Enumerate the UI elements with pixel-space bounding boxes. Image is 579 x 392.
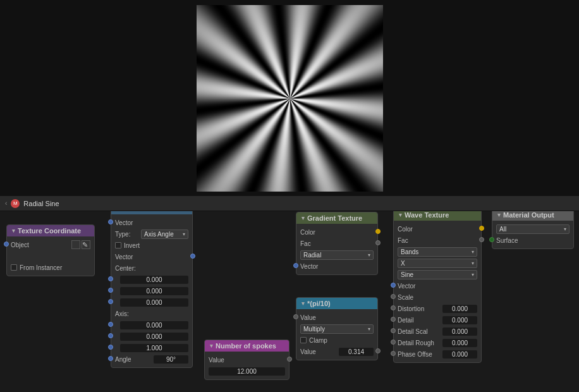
vector-in-label: Vector <box>398 283 477 290</box>
material-output-title: Material Output <box>503 211 554 219</box>
center-y-row: 0.000 <box>111 285 192 297</box>
detail-rough-socket <box>391 340 396 345</box>
collapse-icon[interactable]: ▾ <box>12 228 15 234</box>
axis-x-value[interactable]: 0.000 <box>120 321 188 329</box>
texture-coordinate-node: ▾ Texture Coordinate Object ✎ From Insta… <box>6 224 95 276</box>
o-at-north-node: ▾ O at North Vector Type: Axis Angle ▾ I… <box>111 202 193 368</box>
axis-z-value[interactable]: 1.000 <box>120 344 188 352</box>
distortion-label: Distortion <box>398 305 442 312</box>
value-out[interactable]: 0.314 <box>339 348 374 356</box>
detail-scale-label: Detail Scal <box>398 328 442 335</box>
vector-in-row: Vector <box>296 260 377 272</box>
collapse-icon[interactable]: ▾ <box>302 215 305 221</box>
from-instancer-row: From Instancer <box>7 262 94 273</box>
detail-value[interactable]: 0.000 <box>442 316 477 324</box>
spokes-value[interactable]: 12.000 <box>209 367 285 376</box>
sine-value: Sine <box>401 271 413 278</box>
color-out-row: Color <box>296 226 377 238</box>
object-selector[interactable] <box>71 240 80 249</box>
detail-rough-value[interactable]: 0.000 <box>442 339 477 347</box>
sine-dropdown[interactable]: Sine ▾ <box>398 270 477 279</box>
fac-out-label: Fac <box>398 237 477 244</box>
material-output-node: ▾ Material Output All ▾ Surface <box>492 209 574 249</box>
angle-label: Angle <box>115 356 154 363</box>
phase-offset-row: Phase Offse 0.000 <box>394 348 481 360</box>
gradient-type-dropdown[interactable]: Radial ▾ <box>300 250 374 260</box>
bands-dropdown[interactable]: Bands ▾ <box>398 247 477 257</box>
gradient-type-row: Radial ▾ <box>296 249 377 260</box>
pi-body: Value Multiply ▾ Clamp Value 0.314 <box>296 309 377 360</box>
value-row: 12.000 <box>205 365 289 377</box>
center-x-value[interactable]: 0.000 <box>120 276 188 284</box>
scale-in-socket <box>391 294 396 299</box>
spokes-header: ▾ Number of spokes <box>205 340 289 352</box>
preview-area <box>0 0 579 196</box>
vector-in-socket <box>391 283 396 288</box>
value-in-label: Value <box>300 314 374 321</box>
all-dropdown-row: All ▾ <box>492 223 573 235</box>
fac-out-socket <box>479 237 484 242</box>
axis-x-row: 0.000 <box>111 319 192 331</box>
type-dropdown[interactable]: Axis Angle ▾ <box>141 230 188 239</box>
type-value: Axis Angle <box>144 231 174 238</box>
gradient-texture-header: ▾ Gradient Texture <box>296 212 377 224</box>
axis-z-socket <box>108 345 113 350</box>
surface-socket <box>489 237 494 242</box>
breadcrumb-chevron-left: ‹ <box>5 200 7 207</box>
collapse-icon[interactable]: ▾ <box>399 212 402 218</box>
axis-y-row: 0.000 <box>111 331 192 342</box>
pi-title: *(pi/10) <box>307 300 331 307</box>
material-icon: M <box>11 199 20 208</box>
breadcrumb-bar: ‹ M Radial Sine <box>0 196 579 211</box>
x-value: X <box>401 260 405 267</box>
scale-row: Scale <box>394 291 481 303</box>
preview-canvas <box>197 5 383 192</box>
collapse-icon[interactable]: ▾ <box>210 343 213 349</box>
texture-coordinate-title: Texture Coordinate <box>18 227 81 235</box>
axis-y-socket <box>108 333 113 338</box>
operation-value: Multiply <box>303 326 325 333</box>
all-dropdown[interactable]: All ▾ <box>496 224 570 234</box>
value-out-socket <box>375 348 381 353</box>
x-dropdown[interactable]: X ▾ <box>398 259 477 268</box>
collapse-icon[interactable]: ▾ <box>302 300 305 307</box>
operation-dropdown[interactable]: Multiply ▾ <box>300 324 374 334</box>
vector-in-row: Vector <box>394 280 481 291</box>
collapse-icon[interactable]: ▾ <box>497 212 501 218</box>
center-x-socket <box>108 276 113 281</box>
angle-value[interactable]: 90° <box>154 355 188 364</box>
axis-y-value[interactable]: 0.000 <box>120 333 188 341</box>
invert-checkbox[interactable] <box>115 242 121 248</box>
detail-socket <box>391 317 396 322</box>
value-out-row: Value 0.314 <box>296 346 377 357</box>
gradient-texture-node: ▾ Gradient Texture Color Fac Radial ▾ Ve… <box>296 212 378 275</box>
object-socket <box>4 242 9 247</box>
distortion-value[interactable]: 0.000 <box>442 305 477 313</box>
dropdown-arrow: ▾ <box>564 226 566 232</box>
from-instancer-checkbox[interactable] <box>11 264 17 271</box>
center-y-value[interactable]: 0.000 <box>120 287 188 295</box>
phase-offset-value[interactable]: 0.000 <box>442 350 477 358</box>
dropdown-arrow: ▾ <box>472 272 474 278</box>
scale-label: Scale <box>398 294 477 301</box>
angle-row: Angle 90° <box>111 353 192 365</box>
detail-scale-value[interactable]: 0.000 <box>442 328 477 336</box>
invert-label: Invert <box>124 242 188 249</box>
from-instancer-label: From Instancer <box>20 264 90 271</box>
value-in-row: Value <box>296 312 377 323</box>
type-row: Type: Axis Angle ▾ <box>111 228 192 240</box>
vector-in-socket <box>108 219 113 224</box>
color-out-socket <box>479 226 484 231</box>
surface-label: Surface <box>496 237 570 244</box>
object-eyedropper[interactable]: ✎ <box>82 240 90 249</box>
axis-label: Axis: <box>115 310 188 317</box>
bands-row: Bands ▾ <box>394 246 481 257</box>
detail-row: Detail 0.000 <box>394 314 481 326</box>
clamp-checkbox[interactable] <box>300 337 307 343</box>
object-value-row <box>7 250 94 262</box>
x-row: X ▾ <box>394 257 481 269</box>
gradient-texture-body: Color Fac Radial ▾ Vector <box>296 224 377 274</box>
all-value: All <box>499 226 506 233</box>
center-z-value[interactable]: 0.000 <box>120 298 188 307</box>
axis-label-row: Axis: <box>111 308 192 319</box>
